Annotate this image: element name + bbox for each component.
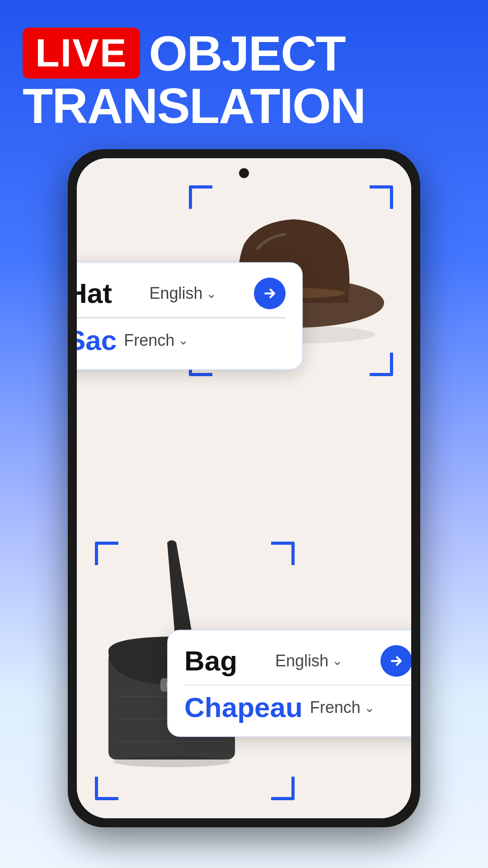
hat-source-lang-label: English	[149, 284, 202, 303]
bag-target-lang-chevron: ⌄	[364, 700, 375, 715]
translation-card-bag: Bag English ⌄ Chapeau French	[167, 630, 411, 737]
bag-card-divider	[184, 685, 411, 686]
hat-translation: Sac	[77, 326, 117, 354]
bag-translate-button[interactable]	[380, 645, 411, 677]
bracket-bag-top-left	[95, 542, 118, 565]
camera-notch	[239, 168, 249, 178]
phone-content: Hat English ⌄ Sac French	[77, 158, 411, 818]
bag-source-lang-label: English	[275, 651, 328, 670]
hat-source-lang[interactable]: English ⌄	[149, 284, 216, 303]
header-object-text: OBJECT	[149, 27, 345, 80]
hat-target-lang-label: French	[124, 331, 174, 350]
card-bag-top-row: Bag English ⌄	[184, 645, 411, 677]
bag-target-lang-label: French	[310, 698, 361, 717]
live-badge: LIVE	[23, 28, 140, 79]
bracket-hat-top-right	[370, 185, 393, 209]
bracket-bag-top-right	[271, 542, 295, 565]
hat-target-lang-chevron: ⌄	[178, 333, 188, 348]
phone-frame: Hat English ⌄ Sac French	[68, 149, 420, 827]
bracket-hat-bottom-right	[370, 353, 393, 376]
bracket-bag-bottom-right	[271, 777, 295, 800]
bag-word: Bag	[184, 647, 237, 675]
hat-target-lang[interactable]: French ⌄	[124, 331, 188, 350]
bag-source-lang[interactable]: English ⌄	[275, 651, 343, 670]
header: LIVE OBJECT TRANSLATION	[23, 27, 465, 132]
card-hat-top-row: Hat English ⌄	[77, 278, 286, 309]
translation-card-hat: Hat English ⌄ Sac French	[77, 262, 303, 370]
phone-screen: Hat English ⌄ Sac French	[77, 158, 411, 818]
bag-source-lang-chevron: ⌄	[332, 653, 343, 668]
bag-target-lang[interactable]: French ⌄	[310, 698, 375, 717]
hat-translate-button[interactable]	[254, 278, 286, 309]
header-line1: LIVE OBJECT	[23, 27, 465, 80]
card-hat-bottom-row: Sac French ⌄	[77, 326, 286, 354]
hat-card-divider	[77, 317, 286, 318]
bracket-hat-top-left	[189, 185, 212, 209]
hat-word: Hat	[77, 279, 112, 307]
hat-source-lang-chevron: ⌄	[206, 286, 216, 301]
header-translation-text: TRANSLATION	[23, 80, 465, 132]
bracket-bag-bottom-left	[95, 777, 118, 800]
svg-point-8	[113, 756, 230, 767]
bag-translation: Chapeau	[184, 693, 303, 722]
card-bag-bottom-row: Chapeau French ⌄	[184, 693, 411, 722]
